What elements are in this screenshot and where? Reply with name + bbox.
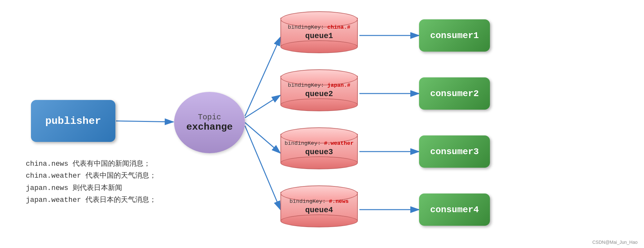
description: china.news 代表有中国的新闻消息； china.weather 代表中… — [26, 158, 156, 206]
publisher-box: publisher — [31, 100, 115, 142]
queue1-name: queue1 — [305, 32, 333, 40]
desc-line-1: china.news 代表有中国的新闻消息； — [26, 158, 156, 170]
publisher-label: publisher — [45, 115, 101, 127]
consumer2-label: consumer2 — [430, 89, 479, 99]
consumer1-box: consumer1 — [419, 19, 490, 52]
svg-line-4 — [245, 123, 280, 153]
desc-line-2: china.weather 代表中国的天气消息； — [26, 170, 156, 182]
queue3-binding-key: bindingKey: #.weather — [285, 140, 354, 146]
svg-line-3 — [245, 95, 280, 118]
exchange-container: Topic exchange — [174, 92, 245, 153]
exchange-bottom-label: exchange — [186, 122, 233, 133]
queue1-cylinder: bindingKey: china.# queue1 — [280, 11, 358, 53]
watermark: CSDN@Mai_Jun_Hao — [592, 240, 638, 245]
consumer3-label: consumer3 — [430, 147, 479, 157]
consumer4-box: consumer4 — [419, 193, 490, 226]
queue3-cylinder: bindingKey: #.weather queue3 — [280, 127, 358, 169]
queue4-binding-key: bindingKey: #.news — [289, 198, 349, 204]
consumer4-label: consumer4 — [430, 205, 479, 215]
queue1-binding-key: bindingKey: china.# — [288, 24, 350, 30]
exchange-top-label: Topic — [198, 113, 221, 122]
consumer1-label: consumer1 — [430, 31, 479, 41]
consumer3-box: consumer3 — [419, 135, 490, 168]
diagram-container: publisher Topic exchange bindingKey: chi… — [0, 0, 644, 248]
queue3-name: queue3 — [305, 148, 333, 156]
desc-line-4: japan.weather 代表日本的天气消息； — [26, 194, 156, 206]
svg-line-1 — [116, 121, 173, 122]
exchange-ellipse: Topic exchange — [174, 92, 245, 153]
queue2-name: queue2 — [305, 90, 333, 98]
queue4-cylinder: bindingKey: #.news queue4 — [280, 185, 358, 227]
queue2-binding-key: bindingKey: japan.# — [288, 82, 350, 88]
svg-line-5 — [245, 126, 280, 210]
desc-line-3: japan.news 则代表日本新闻 — [26, 182, 156, 194]
queue2-cylinder: bindingKey: japan.# queue2 — [280, 69, 358, 111]
queue4-name: queue4 — [305, 206, 333, 214]
svg-line-2 — [245, 37, 280, 116]
consumer2-box: consumer2 — [419, 77, 490, 110]
